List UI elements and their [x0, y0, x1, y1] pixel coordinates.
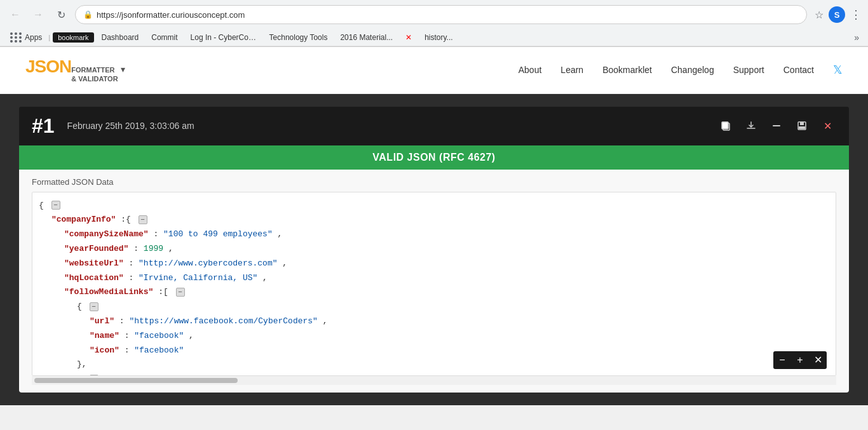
json-line: "companyInfo" :{ − — [32, 213, 836, 227]
bookmark-item[interactable]: history... — [419, 32, 458, 43]
url-text: https://jsonformatter.curiousconcept.com — [97, 10, 245, 20]
formatted-section: Formatted JSON Data { − "companyInfo" :{… — [19, 170, 849, 393]
minimize-button[interactable] — [768, 117, 785, 135]
horizontal-scrollbar[interactable] — [32, 376, 836, 385]
svg-rect-2 — [773, 125, 780, 126]
zoom-close-button[interactable]: ✕ — [809, 351, 827, 369]
json-line: "hqLocation" : "Irvine, California, US" … — [32, 271, 836, 286]
json-line: }, — [32, 358, 836, 372]
json-line: "icon" : "facebook" — [32, 344, 836, 358]
nav-bookmarklet[interactable]: Bookmarklet — [602, 65, 652, 75]
site-nav: About Learn Bookmarklet Changelog Suppor… — [519, 63, 843, 77]
bookmark-item[interactable]: Log In - CyberCoders — [186, 32, 262, 43]
lock-icon: 🔒 — [83, 10, 93, 19]
zoom-in-button[interactable]: + — [791, 351, 809, 369]
bookmark-star-icon[interactable]: ☆ — [815, 9, 824, 21]
page-content: JSON FORMATTER & VALIDATOR ▾ About Learn… — [0, 47, 868, 405]
back-button[interactable]: ← — [6, 6, 24, 24]
reload-button[interactable]: ↻ — [52, 6, 70, 24]
bookmark-item[interactable]: Commit — [146, 32, 182, 43]
nav-contact[interactable]: Contact — [783, 65, 814, 75]
bookmark-item[interactable]: ✕ — [400, 32, 417, 43]
collapse-btn[interactable]: − — [90, 302, 98, 311]
nav-learn[interactable]: Learn — [560, 65, 583, 75]
json-line: "name" : "facebook" , — [32, 329, 836, 344]
json-line: { − — [32, 372, 836, 375]
collapse-btn[interactable]: − — [90, 375, 98, 376]
browser-chrome: ← → ↻ 🔒 https://jsonformatter.curiouscon… — [0, 0, 868, 47]
apps-label: Apps — [25, 33, 42, 42]
twitter-icon[interactable]: 𝕏 — [833, 63, 843, 77]
copy-button[interactable] — [717, 117, 735, 135]
valid-banner: VALID JSON (RFC 4627) — [19, 145, 849, 170]
json-line: { − — [32, 300, 836, 314]
formatted-label: Formatted JSON Data — [32, 177, 836, 187]
download-button[interactable] — [742, 117, 760, 135]
logo-area: JSON FORMATTER & VALIDATOR ▾ — [25, 57, 125, 84]
bookmark-item[interactable]: Dashboard — [97, 32, 144, 43]
json-line: "companySizeName" : "100 to 499 employee… — [32, 227, 836, 242]
json-viewer[interactable]: { − "companyInfo" :{ − "companySizeName"… — [32, 192, 836, 376]
main-content: #1 February 25th 2019, 3:03:06 am — [0, 94, 868, 405]
scrollbar-thumb[interactable] — [34, 378, 238, 383]
profile-avatar[interactable]: S — [829, 6, 845, 23]
nav-about[interactable]: About — [519, 65, 542, 75]
browser-menu-icon[interactable]: ⋮ — [850, 8, 862, 22]
apps-grid-icon — [10, 32, 22, 43]
logo-subtitle: FORMATTER & VALIDATOR — [71, 65, 118, 84]
collapse-btn[interactable]: − — [139, 215, 147, 224]
bookmarks-overflow[interactable]: » — [851, 31, 862, 44]
browser-toolbar: ← → ↻ 🔒 https://jsonformatter.curiouscon… — [0, 0, 868, 29]
svg-rect-5 — [799, 126, 805, 129]
json-line: "yearFounded" : 1999 , — [32, 242, 836, 257]
collapse-btn[interactable]: − — [176, 288, 185, 297]
site-header: JSON FORMATTER & VALIDATOR ▾ About Learn… — [0, 47, 868, 94]
panel-actions: ✕ — [717, 117, 836, 135]
bookmark-item[interactable]: bookmark — [53, 32, 93, 43]
logo-json-text: JSON — [25, 57, 71, 76]
json-line: "websiteUrl" : "http://www.cybercoders.c… — [32, 257, 836, 271]
forward-button[interactable]: → — [29, 6, 47, 24]
close-button[interactable]: ✕ — [818, 117, 836, 135]
collapse-btn[interactable]: − — [51, 201, 60, 210]
nav-changelog[interactable]: Changelog — [671, 65, 714, 75]
nav-support[interactable]: Support — [733, 65, 764, 75]
svg-rect-4 — [800, 122, 804, 125]
bookmark-item[interactable]: Technology Tools — [264, 32, 333, 43]
apps-button[interactable]: Apps — [6, 31, 46, 44]
bookmarks-bar: Apps | bookmark Dashboard Commit Log In … — [0, 29, 868, 46]
zoom-out-button[interactable]: − — [773, 351, 791, 369]
panel-timestamp: February 25th 2019, 3:03:06 am — [67, 121, 704, 131]
zoom-controls: − + ✕ — [773, 351, 827, 369]
save-button[interactable] — [793, 117, 811, 135]
panel-number: #1 — [32, 114, 55, 138]
panel-header: #1 February 25th 2019, 3:03:06 am — [19, 107, 849, 145]
json-line: "url" : "https://www.facebook.com/CyberC… — [32, 314, 836, 329]
logo-dropdown-icon[interactable]: ▾ — [121, 64, 125, 74]
svg-rect-1 — [722, 122, 728, 129]
json-line: { − — [32, 199, 836, 213]
address-bar[interactable]: 🔒 https://jsonformatter.curiousconcept.c… — [75, 5, 807, 24]
bookmark-item[interactable]: 2016 Material... — [335, 32, 398, 43]
logo-json: JSON — [25, 57, 71, 77]
json-panel: #1 February 25th 2019, 3:03:06 am — [19, 107, 849, 393]
json-line: "followMediaLinks" :[ − — [32, 285, 836, 300]
